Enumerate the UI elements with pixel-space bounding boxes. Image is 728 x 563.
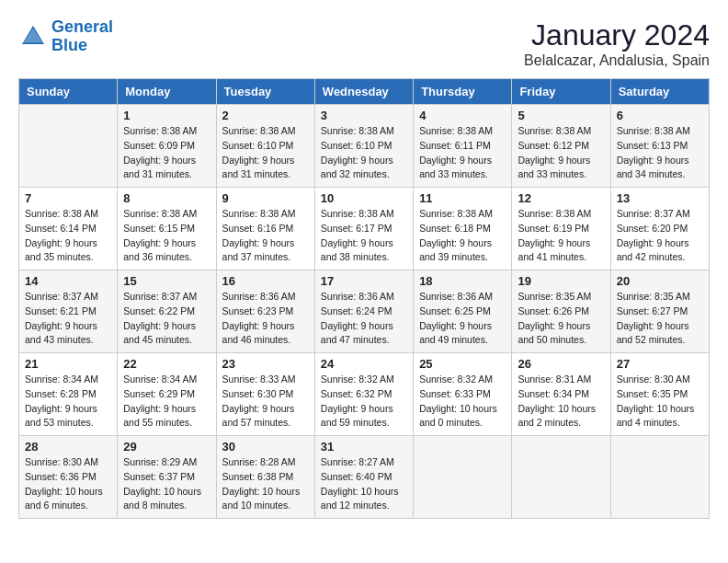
- calendar-cell: 13Sunrise: 8:37 AMSunset: 6:20 PMDayligh…: [610, 188, 709, 270]
- day-info: Sunrise: 8:38 AMSunset: 6:16 PMDaylight:…: [222, 207, 309, 265]
- title-block: January 2024 Belalcazar, Andalusia, Spai…: [524, 18, 710, 69]
- calendar-cell: [19, 105, 118, 188]
- day-info: Sunrise: 8:38 AMSunset: 6:10 PMDaylight:…: [222, 124, 309, 182]
- calendar-cell: 4Sunrise: 8:38 AMSunset: 6:11 PMDaylight…: [414, 105, 512, 188]
- calendar-cell: 23Sunrise: 8:33 AMSunset: 6:30 PMDayligh…: [216, 353, 314, 436]
- day-number: 2: [222, 109, 309, 122]
- calendar-cell: 14Sunrise: 8:37 AMSunset: 6:21 PMDayligh…: [19, 270, 118, 353]
- day-info: Sunrise: 8:38 AMSunset: 6:17 PMDaylight:…: [321, 207, 407, 265]
- calendar-cell: 18Sunrise: 8:36 AMSunset: 6:25 PMDayligh…: [414, 270, 512, 353]
- header-cell-thursday: Thursday: [414, 79, 512, 105]
- logo-icon: [18, 22, 48, 52]
- day-number: 10: [321, 191, 407, 205]
- day-number: 8: [123, 191, 210, 205]
- day-info: Sunrise: 8:36 AMSunset: 6:24 PMDaylight:…: [321, 290, 407, 348]
- calendar-cell: 16Sunrise: 8:36 AMSunset: 6:23 PMDayligh…: [216, 270, 314, 353]
- day-info: Sunrise: 8:38 AMSunset: 6:19 PMDaylight:…: [518, 207, 604, 265]
- header-row: SundayMondayTuesdayWednesdayThursdayFrid…: [19, 79, 710, 105]
- calendar-cell: 9Sunrise: 8:38 AMSunset: 6:16 PMDaylight…: [216, 188, 314, 270]
- day-number: 20: [617, 274, 703, 288]
- calendar-cell: 15Sunrise: 8:37 AMSunset: 6:22 PMDayligh…: [118, 270, 216, 353]
- day-info: Sunrise: 8:35 AMSunset: 6:27 PMDaylight:…: [617, 290, 703, 348]
- day-info: Sunrise: 8:32 AMSunset: 6:32 PMDaylight:…: [321, 373, 407, 431]
- week-row-0: 1Sunrise: 8:38 AMSunset: 6:09 PMDaylight…: [19, 105, 710, 188]
- day-info: Sunrise: 8:30 AMSunset: 6:35 PMDaylight:…: [617, 373, 703, 431]
- day-number: 23: [222, 357, 309, 371]
- day-number: 12: [518, 191, 604, 205]
- day-info: Sunrise: 8:34 AMSunset: 6:28 PMDaylight:…: [25, 373, 111, 431]
- month-year: January 2024: [524, 18, 710, 52]
- calendar-cell: 25Sunrise: 8:32 AMSunset: 6:33 PMDayligh…: [414, 353, 512, 436]
- calendar-cell: [414, 436, 512, 519]
- day-info: Sunrise: 8:38 AMSunset: 6:13 PMDaylight:…: [617, 124, 703, 182]
- day-info: Sunrise: 8:27 AMSunset: 6:40 PMDaylight:…: [321, 455, 407, 513]
- day-number: 28: [25, 440, 111, 454]
- day-number: 5: [518, 109, 604, 122]
- day-number: 18: [419, 274, 506, 288]
- calendar-cell: 2Sunrise: 8:38 AMSunset: 6:10 PMDaylight…: [216, 105, 314, 188]
- calendar-cell: 30Sunrise: 8:28 AMSunset: 6:38 PMDayligh…: [216, 436, 314, 519]
- header-cell-tuesday: Tuesday: [216, 79, 314, 105]
- day-info: Sunrise: 8:36 AMSunset: 6:25 PMDaylight:…: [419, 290, 506, 348]
- calendar-cell: [512, 436, 610, 519]
- day-info: Sunrise: 8:37 AMSunset: 6:20 PMDaylight:…: [617, 207, 703, 265]
- calendar-cell: 27Sunrise: 8:30 AMSunset: 6:35 PMDayligh…: [610, 353, 709, 436]
- day-info: Sunrise: 8:37 AMSunset: 6:21 PMDaylight:…: [25, 290, 111, 348]
- day-number: 15: [123, 274, 210, 288]
- day-number: 24: [321, 357, 407, 371]
- week-row-3: 21Sunrise: 8:34 AMSunset: 6:28 PMDayligh…: [19, 353, 710, 436]
- day-number: 29: [123, 440, 210, 454]
- page-header: General Blue January 2024 Belalcazar, An…: [18, 18, 710, 69]
- day-info: Sunrise: 8:35 AMSunset: 6:26 PMDaylight:…: [518, 290, 604, 348]
- location: Belalcazar, Andalusia, Spain: [524, 52, 710, 69]
- day-number: 27: [617, 357, 703, 371]
- calendar-cell: 11Sunrise: 8:38 AMSunset: 6:18 PMDayligh…: [414, 188, 512, 270]
- header-cell-monday: Monday: [118, 79, 216, 105]
- calendar-cell: 22Sunrise: 8:34 AMSunset: 6:29 PMDayligh…: [118, 353, 216, 436]
- day-info: Sunrise: 8:37 AMSunset: 6:22 PMDaylight:…: [123, 290, 210, 348]
- header-cell-saturday: Saturday: [610, 79, 709, 105]
- day-info: Sunrise: 8:34 AMSunset: 6:29 PMDaylight:…: [123, 373, 210, 431]
- day-info: Sunrise: 8:28 AMSunset: 6:38 PMDaylight:…: [222, 455, 309, 513]
- day-info: Sunrise: 8:38 AMSunset: 6:10 PMDaylight:…: [321, 124, 407, 182]
- day-number: 30: [222, 440, 309, 454]
- calendar-cell: 3Sunrise: 8:38 AMSunset: 6:10 PMDaylight…: [314, 105, 413, 188]
- header-cell-wednesday: Wednesday: [314, 79, 413, 105]
- calendar-cell: 31Sunrise: 8:27 AMSunset: 6:40 PMDayligh…: [314, 436, 413, 519]
- logo-line2: Blue: [51, 36, 87, 54]
- day-info: Sunrise: 8:38 AMSunset: 6:09 PMDaylight:…: [123, 124, 210, 182]
- day-info: Sunrise: 8:38 AMSunset: 6:12 PMDaylight:…: [518, 124, 604, 182]
- calendar-table: SundayMondayTuesdayWednesdayThursdayFrid…: [18, 78, 710, 519]
- week-row-2: 14Sunrise: 8:37 AMSunset: 6:21 PMDayligh…: [19, 270, 710, 353]
- day-number: 25: [419, 357, 506, 371]
- logo-text: General Blue: [51, 18, 113, 55]
- day-number: 4: [419, 109, 506, 122]
- day-info: Sunrise: 8:38 AMSunset: 6:15 PMDaylight:…: [123, 207, 210, 265]
- calendar-cell: 20Sunrise: 8:35 AMSunset: 6:27 PMDayligh…: [610, 270, 709, 353]
- day-info: Sunrise: 8:38 AMSunset: 6:14 PMDaylight:…: [25, 207, 111, 265]
- logo: General Blue: [18, 18, 113, 55]
- day-number: 11: [419, 191, 506, 205]
- calendar-cell: 6Sunrise: 8:38 AMSunset: 6:13 PMDaylight…: [610, 105, 709, 188]
- calendar-cell: 21Sunrise: 8:34 AMSunset: 6:28 PMDayligh…: [19, 353, 118, 436]
- day-number: 6: [617, 109, 703, 122]
- day-info: Sunrise: 8:38 AMSunset: 6:18 PMDaylight:…: [419, 207, 506, 265]
- calendar-cell: 28Sunrise: 8:30 AMSunset: 6:36 PMDayligh…: [19, 436, 118, 519]
- calendar-cell: 12Sunrise: 8:38 AMSunset: 6:19 PMDayligh…: [512, 188, 610, 270]
- calendar-cell: 24Sunrise: 8:32 AMSunset: 6:32 PMDayligh…: [314, 353, 413, 436]
- day-number: 22: [123, 357, 210, 371]
- logo-line1: General: [51, 17, 113, 36]
- day-info: Sunrise: 8:38 AMSunset: 6:11 PMDaylight:…: [419, 124, 506, 182]
- day-info: Sunrise: 8:31 AMSunset: 6:34 PMDaylight:…: [518, 373, 604, 431]
- day-number: 1: [123, 109, 210, 122]
- day-info: Sunrise: 8:36 AMSunset: 6:23 PMDaylight:…: [222, 290, 309, 348]
- day-number: 17: [321, 274, 407, 288]
- calendar-cell: 8Sunrise: 8:38 AMSunset: 6:15 PMDaylight…: [118, 188, 216, 270]
- calendar-cell: 10Sunrise: 8:38 AMSunset: 6:17 PMDayligh…: [314, 188, 413, 270]
- day-number: 21: [25, 357, 111, 371]
- day-number: 26: [518, 357, 604, 371]
- day-number: 16: [222, 274, 309, 288]
- day-info: Sunrise: 8:32 AMSunset: 6:33 PMDaylight:…: [419, 373, 506, 431]
- svg-marker-1: [24, 28, 43, 42]
- calendar-cell: 7Sunrise: 8:38 AMSunset: 6:14 PMDaylight…: [19, 188, 118, 270]
